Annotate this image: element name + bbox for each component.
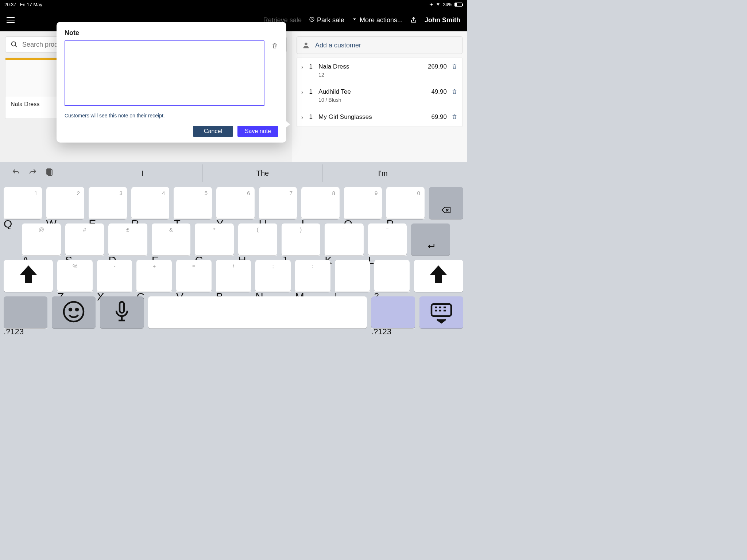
svg-point-6 xyxy=(69,308,71,311)
key-H[interactable]: (H xyxy=(238,223,277,256)
key-G[interactable]: *G xyxy=(195,223,234,256)
cart-item-sub: 10 / Blush xyxy=(318,97,427,103)
key-U[interactable]: 7U xyxy=(259,187,297,219)
key-R[interactable]: 4R xyxy=(131,187,170,219)
key-W[interactable]: 2W xyxy=(46,187,85,219)
shift-key[interactable] xyxy=(4,260,53,292)
clipboard-icon[interactable] xyxy=(45,168,54,178)
note-popover: Note Customers will see this note on the… xyxy=(57,22,286,143)
onscreen-keyboard: ITheI'm 1Q2W3E4R5T6Y7U8I9O0P @A#S£D&F*G(… xyxy=(0,162,467,350)
numbers-key-right[interactable]: .?123 xyxy=(371,296,415,328)
key-M[interactable]: :M xyxy=(295,260,330,292)
redo-icon[interactable] xyxy=(28,168,37,178)
key-J[interactable]: )J xyxy=(282,223,321,256)
cart-item-name: Nala Dress xyxy=(318,63,423,70)
backspace-key[interactable] xyxy=(429,187,463,219)
customer-placeholder: Add a customer xyxy=(315,42,361,49)
key-Y[interactable]: 6Y xyxy=(216,187,255,219)
battery-icon xyxy=(454,3,462,7)
share-icon[interactable] xyxy=(410,16,417,24)
svg-point-2 xyxy=(305,43,307,45)
key-E[interactable]: 3E xyxy=(89,187,127,219)
wifi-icon xyxy=(436,1,441,8)
key-D[interactable]: £D xyxy=(108,223,147,256)
cart-qty: 1 xyxy=(307,113,314,121)
svg-rect-4 xyxy=(47,169,51,175)
svg-point-1 xyxy=(12,42,16,46)
park-sale-button[interactable]: Park sale xyxy=(309,16,344,24)
key-X[interactable]: -X xyxy=(97,260,132,292)
dismiss-keyboard-key[interactable] xyxy=(419,296,463,328)
key-O[interactable]: 9O xyxy=(344,187,382,219)
cart-qty: 1 xyxy=(307,88,314,96)
note-title: Note xyxy=(65,29,278,37)
cart-price: 269.90 xyxy=(428,63,447,70)
key-F[interactable]: &F xyxy=(152,223,191,256)
space-key[interactable] xyxy=(148,296,367,328)
key-N[interactable]: ;N xyxy=(255,260,291,292)
note-delete-button[interactable] xyxy=(271,40,278,51)
mic-key[interactable] xyxy=(100,296,144,328)
undo-icon[interactable] xyxy=(12,168,20,178)
key-![interactable]: !, xyxy=(335,260,370,292)
chevron-right-icon: › xyxy=(301,113,303,121)
suggestion[interactable]: The xyxy=(202,164,323,182)
key-?[interactable]: ?. xyxy=(374,260,410,292)
key-S[interactable]: #S xyxy=(65,223,104,256)
search-icon xyxy=(11,41,18,48)
svg-point-7 xyxy=(76,308,78,311)
key-P[interactable]: 0P xyxy=(386,187,425,219)
note-textarea[interactable] xyxy=(65,40,264,106)
key-Q[interactable]: 1Q xyxy=(4,187,42,219)
key-Z[interactable]: %Z xyxy=(57,260,93,292)
chevron-right-icon: › xyxy=(301,63,303,70)
emoji-key[interactable] xyxy=(52,296,96,328)
suggestion[interactable]: I'm xyxy=(322,164,443,182)
key-B[interactable]: /B xyxy=(216,260,251,292)
svg-point-5 xyxy=(64,302,84,322)
return-key[interactable] xyxy=(411,223,450,256)
cart-item-name: My Girl Sunglasses xyxy=(318,113,427,121)
key-C[interactable]: +C xyxy=(136,260,172,292)
menu-icon[interactable] xyxy=(7,17,15,23)
cart-item-sub: 12 xyxy=(318,72,423,78)
cart-item-name: Audhild Tee xyxy=(318,88,427,96)
person-icon xyxy=(302,41,310,49)
status-time: 20:37 xyxy=(4,2,16,7)
cart-price: 49.90 xyxy=(431,88,447,96)
key-K[interactable]: 'K xyxy=(325,223,364,256)
airplane-icon: ✈︎ xyxy=(429,2,433,7)
key-V[interactable]: =V xyxy=(176,260,212,292)
more-actions-button[interactable]: More actions... xyxy=(352,16,403,24)
chevron-right-icon: › xyxy=(301,88,303,96)
key-T[interactable]: 5T xyxy=(174,187,212,219)
user-name[interactable]: John Smith xyxy=(425,16,460,24)
cart-row[interactable]: ›1Nala Dress12269.90 xyxy=(297,58,462,83)
product-card-name: Nala Dress xyxy=(5,97,59,118)
status-bar: 20:37 Fri 17 May ✈︎ 24% xyxy=(0,0,467,9)
cart-qty: 1 xyxy=(307,63,314,70)
save-note-button[interactable]: Save note xyxy=(237,126,278,137)
cart-delete-button[interactable] xyxy=(451,63,458,71)
shift-key[interactable] xyxy=(414,260,463,292)
product-card[interactable]: Nala Dress xyxy=(5,58,60,119)
cart-price: 69.90 xyxy=(431,113,447,121)
status-date: Fri 17 May xyxy=(20,2,42,7)
clock-icon xyxy=(309,16,315,24)
cart-list: ›1Nala Dress12269.90›1Audhild Tee10 / Bl… xyxy=(297,58,462,127)
add-customer-button[interactable]: Add a customer xyxy=(297,36,462,54)
key-A[interactable]: @A xyxy=(22,223,61,256)
cart-row[interactable]: ›1My Girl Sunglasses69.90 xyxy=(297,108,462,127)
cart-delete-button[interactable] xyxy=(451,113,458,121)
key-I[interactable]: 8I xyxy=(301,187,340,219)
cancel-button[interactable]: Cancel xyxy=(193,126,233,137)
suggestion[interactable]: I xyxy=(82,164,202,182)
cart-row[interactable]: ›1Audhild Tee10 / Blush49.90 xyxy=(297,83,462,108)
cart-delete-button[interactable] xyxy=(451,88,458,96)
note-hint: Customers will see this note on their re… xyxy=(65,113,278,118)
svg-rect-8 xyxy=(120,302,124,313)
numbers-key[interactable]: .?123 xyxy=(4,296,47,328)
battery-percent: 24% xyxy=(443,2,452,7)
caret-down-icon xyxy=(352,16,357,24)
key-L[interactable]: "L xyxy=(368,223,407,256)
